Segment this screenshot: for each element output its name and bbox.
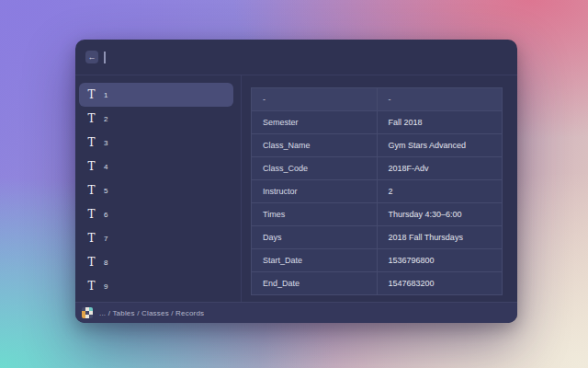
field-column-header: - — [252, 88, 378, 111]
value-cell[interactable]: 1536796800 — [377, 249, 503, 272]
field-cell[interactable]: Times — [252, 203, 378, 226]
record-list-item-label: 2 — [104, 115, 108, 123]
table-row: Times Thursday 4:30–6:00 — [252, 203, 503, 226]
field-cell[interactable]: Instructor — [252, 180, 378, 203]
text-record-icon: T — [85, 88, 97, 101]
content-area: T 1 T 2 T 3 T 4 T 5 T 6 — [75, 75, 517, 302]
value-cell[interactable]: 1547683200 — [377, 272, 503, 295]
record-list-item[interactable]: T 4 — [79, 155, 233, 178]
table-row: Semester Fall 2018 — [252, 111, 503, 134]
table-row: Start_Date 1536796800 — [252, 249, 503, 272]
record-list-item[interactable]: T 5 — [79, 178, 233, 202]
table-row: Instructor 2 — [252, 180, 503, 203]
record-detail-panel: - - Semester Fall 2018 Class_Name Gym St… — [242, 75, 517, 302]
field-cell[interactable]: End_Date — [252, 272, 378, 295]
back-button[interactable]: ← — [85, 51, 98, 63]
field-cell[interactable]: Semester — [252, 111, 378, 134]
record-list-item-label: 6 — [104, 211, 108, 219]
table-row: Class_Code 2018F-Adv — [252, 157, 503, 180]
value-cell[interactable]: Fall 2018 — [377, 111, 503, 134]
back-arrow-icon: ← — [88, 51, 96, 63]
value-cell[interactable]: 2 — [377, 180, 503, 203]
field-cell[interactable]: Class_Code — [252, 157, 378, 180]
record-detail-table: - - Semester Fall 2018 Class_Name Gym St… — [251, 87, 503, 295]
record-list-item-label: 1 — [104, 91, 108, 99]
table-row: Days 2018 Fall Thursdays — [252, 226, 503, 249]
field-cell[interactable]: Start_Date — [252, 249, 378, 272]
record-list-item-label: 4 — [104, 163, 108, 171]
table-row: End_Date 1547683200 — [252, 272, 503, 295]
text-record-icon: T — [85, 208, 97, 221]
record-list-item-label: 8 — [104, 259, 108, 267]
record-list-item[interactable]: T 7 — [79, 226, 233, 250]
table-row: Class_Name Gym Stars Advanced — [252, 134, 503, 157]
field-cell[interactable]: Class_Name — [252, 134, 378, 157]
value-cell[interactable]: 2018 Fall Thursdays — [377, 226, 503, 249]
status-bar: ... / Tables / Classes / Records — [75, 302, 517, 323]
record-list-item[interactable]: T 6 — [79, 202, 233, 226]
record-list-item-label: 9 — [104, 282, 108, 291]
text-record-icon: T — [85, 160, 97, 173]
text-record-icon: T — [85, 280, 97, 293]
record-list-sidebar: T 1 T 2 T 3 T 4 T 5 T 6 — [75, 75, 242, 302]
text-record-icon: T — [85, 184, 97, 197]
record-list-item-label: 5 — [104, 187, 108, 195]
breadcrumb[interactable]: ... / Tables / Classes / Records — [99, 309, 204, 317]
record-list-item[interactable]: T 1 — [79, 83, 233, 107]
record-list-item-label: 3 — [104, 139, 108, 147]
value-cell[interactable]: Thursday 4:30–6:00 — [377, 203, 503, 226]
value-cell[interactable]: Gym Stars Advanced — [377, 134, 503, 157]
record-list-item[interactable]: T 2 — [79, 107, 233, 131]
app-window: ← T 1 T 2 T 3 T 4 T 5 — [75, 40, 517, 323]
record-list-item[interactable]: T 8 — [79, 250, 233, 274]
value-cell[interactable]: 2018F-Adv — [377, 157, 503, 180]
record-list-item-label: 7 — [104, 235, 108, 243]
text-record-icon: T — [85, 256, 97, 269]
text-caret — [104, 52, 106, 63]
text-record-icon: T — [85, 232, 97, 245]
text-record-icon: T — [85, 136, 97, 149]
search-input[interactable] — [104, 48, 517, 66]
record-list-item[interactable]: T 3 — [79, 131, 233, 155]
table-header-row: - - — [252, 88, 503, 111]
field-cell[interactable]: Days — [252, 226, 378, 249]
record-list-item[interactable]: T 9 — [79, 274, 233, 298]
value-column-header: - — [377, 88, 503, 111]
app-grid-icon — [82, 307, 93, 318]
text-record-icon: T — [85, 112, 97, 125]
toolbar: ← — [75, 40, 517, 75]
